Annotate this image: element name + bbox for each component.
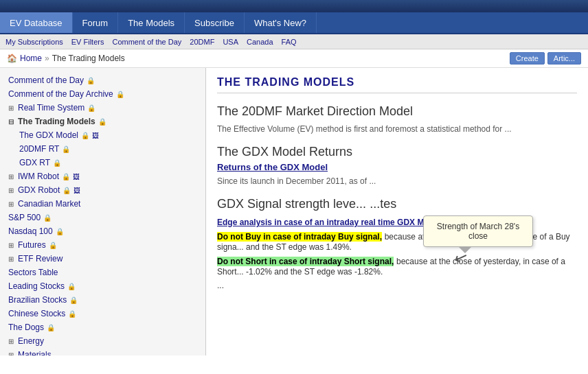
gdx-signal-title-suffix: ...tes <box>370 197 396 211</box>
sidebar-item-label: Nasdaq 100 <box>8 226 53 236</box>
gdx-signal-title-text: GDX Signal strength leve... <box>217 197 366 211</box>
sidebar-item-label: Canadian Market <box>18 199 80 209</box>
sidebar-item-label: The GDX Model <box>19 130 78 140</box>
nav-item-models[interactable]: The Models <box>118 12 185 33</box>
buy-signal-highlight: Do not Buy in case of intraday Buy signa… <box>217 232 382 242</box>
subnav-my-subscriptions[interactable]: My Subscriptions <box>5 38 63 46</box>
lock-icon: 🔒 <box>43 214 52 222</box>
expand-icon: ⊞ <box>8 104 14 112</box>
create-button[interactable]: Create <box>510 52 545 65</box>
sidebar-item-label: Sectors Table <box>8 268 58 277</box>
sidebar-item-gdx-model[interactable]: The GDX Model 🔒 🖼 <box>0 128 205 142</box>
sidebar-item-materials[interactable]: ⊞ Materials <box>0 348 205 355</box>
subnav-faq[interactable]: FAQ <box>282 38 297 46</box>
subnav-comment-of-day[interactable]: Comment of the Day <box>112 38 181 46</box>
sidebar-item-the-dogs[interactable]: The Dogs 🔒 <box>0 320 205 334</box>
sidebar-item-label: Futures <box>18 240 46 250</box>
sidebar: Comment of the Day 🔒 Comment of the Day … <box>0 68 206 355</box>
sidebar-item-nasdaq100[interactable]: Nasdaq 100 🔒 <box>0 224 205 238</box>
breadcrumb-home[interactable]: Home <box>20 54 42 63</box>
sidebar-item-iwm-robot[interactable]: ⊞ IWM Robot 🔒 🖼 <box>0 170 205 183</box>
page-title: THE TRADING MODELS <box>217 76 577 93</box>
content-area: THE TRADING MODELS The 20DMF Market Dire… <box>206 68 588 355</box>
sidebar-item-leading-stocks[interactable]: Leading Stocks 🔒 <box>0 279 205 293</box>
sidebar-item-real-time-system[interactable]: ⊞ Real Time System 🔒 <box>0 101 205 115</box>
sidebar-item-label: ETF Review <box>18 254 63 264</box>
expand-icon: ⊞ <box>8 187 14 194</box>
gdx-signal-title: GDX Signal strength leve... ...tes <box>217 197 577 211</box>
sidebar-item-gdx-rt[interactable]: GDX RT 🔒 <box>0 156 205 170</box>
home-icon: 🏠 <box>7 54 17 63</box>
sidebar-item-chinese-stocks[interactable]: Chinese Stocks 🔒 <box>0 307 205 320</box>
sidebar-item-canadian-market[interactable]: ⊞ Canadian Market <box>0 197 205 211</box>
sidebar-item-comment-archive[interactable]: Comment of the Day Archive 🔒 <box>0 87 205 101</box>
sidebar-item-energy[interactable]: ⊞ Energy <box>0 334 205 348</box>
expand-icon: ⊞ <box>8 351 14 356</box>
lock-icon: 🔒 <box>62 145 70 153</box>
sidebar-item-label: The Dogs <box>8 323 44 332</box>
callout-text: Strength of March 28's close <box>437 222 519 241</box>
sidebar-item-etf-review[interactable]: ⊞ ETF Review <box>0 252 205 266</box>
sidebar-item-label: Brazilian Stocks <box>8 295 67 305</box>
sidebar-item-futures[interactable]: ⊞ Futures 🔒 <box>0 238 205 252</box>
lock-icon: 🔒 <box>87 77 95 84</box>
lock-icon: 🔒 <box>63 187 71 194</box>
sidebar-item-label: GDX RT <box>19 158 50 167</box>
sidebar-item-label: Chinese Stocks <box>8 309 65 318</box>
nav-item-whatsnew[interactable]: What's New? <box>245 12 317 33</box>
lock-icon: 🔒 <box>49 242 57 249</box>
sidebar-item-gdx-robot[interactable]: ⊞ GDX Robot 🔒 🖼 <box>0 183 205 197</box>
sidebar-item-trading-models[interactable]: ⊟ The Trading Models 🔒 <box>0 115 205 128</box>
lock-icon: 🔒 <box>116 91 124 98</box>
subnav-ev-filters[interactable]: EV Filters <box>71 38 104 46</box>
expand-icon: ⊞ <box>8 242 14 249</box>
lock-icon: 🔒 <box>67 283 76 290</box>
lock-icon: 🔒 <box>98 118 106 126</box>
expand-icon: ⊞ <box>8 255 14 263</box>
subnav-canada[interactable]: Canada <box>247 38 273 46</box>
nav-bar: EV Database Forum The Models Subscribe W… <box>0 12 588 34</box>
sidebar-item-20dmf-rt[interactable]: 20DMF RT 🔒 <box>0 142 205 156</box>
nav-item-ev-database[interactable]: EV Database <box>0 12 73 33</box>
sidebar-item-label: GDX Robot <box>18 185 60 195</box>
short-signal-highlight: Do not Short in case of intraday Short s… <box>217 257 394 266</box>
lock-icon: 🔒 <box>47 324 55 331</box>
gdx-returns-title: The GDX Model Returns <box>217 145 577 159</box>
sidebar-item-sp500[interactable]: S&P 500 🔒 <box>0 211 205 224</box>
breadcrumb-separator: » <box>45 54 49 63</box>
subnav-20dmf[interactable]: 20DMF <box>190 38 214 46</box>
sidebar-item-label: Energy <box>18 336 44 346</box>
sidebar-item-sectors-table[interactable]: Sectors Table <box>0 266 205 279</box>
section1-title: The 20DMF Market Direction Model <box>217 104 577 119</box>
img-icon: 🖼 <box>74 187 80 194</box>
toolbar: Create Artic... <box>510 52 581 65</box>
nav-item-subscribe[interactable]: Subscribe <box>185 12 245 33</box>
img-icon: 🖼 <box>73 173 80 180</box>
img-icon: 🖼 <box>92 132 99 139</box>
lock-icon: 🔒 <box>69 296 78 304</box>
nav-item-forum[interactable]: Forum <box>73 12 119 33</box>
lock-icon: 🔒 <box>62 173 70 180</box>
expand-icon: ⊞ <box>8 200 14 208</box>
sidebar-item-label: Comment of the Day <box>8 75 84 85</box>
ellipsis-text: ... <box>217 281 577 290</box>
gdx-text: Since its launch in December 2011, as of… <box>217 176 577 186</box>
lock-icon: 🔒 <box>56 228 64 235</box>
lock-icon: 🔒 <box>68 310 76 318</box>
lock-icon: 🔒 <box>81 132 89 139</box>
lock-icon: 🔒 <box>53 159 61 167</box>
collapse-icon: ⊟ <box>8 118 14 126</box>
subnav-usa[interactable]: USA <box>223 38 238 46</box>
sub-nav: My Subscriptions EV Filters Comment of t… <box>0 34 588 49</box>
sidebar-item-label: Materials <box>18 350 52 355</box>
gdx-returns-link[interactable]: Returns of the GDX Model <box>217 162 577 172</box>
sidebar-item-brazilian-stocks[interactable]: Brazilian Stocks 🔒 <box>0 293 205 307</box>
section1-text: The Effective Volume (EV) method is firs… <box>217 124 577 134</box>
article-button[interactable]: Artic... <box>547 52 581 65</box>
breadcrumb: 🏠 Home » The Trading Models <box>7 54 125 63</box>
sidebar-item-comment-of-day[interactable]: Comment of the Day 🔒 <box>0 73 205 87</box>
sidebar-item-label: The Trading Models <box>18 117 95 126</box>
sidebar-item-label: 20DMF RT <box>19 144 59 154</box>
expand-icon: ⊞ <box>8 173 14 180</box>
sidebar-item-label: Leading Stocks <box>8 281 65 291</box>
